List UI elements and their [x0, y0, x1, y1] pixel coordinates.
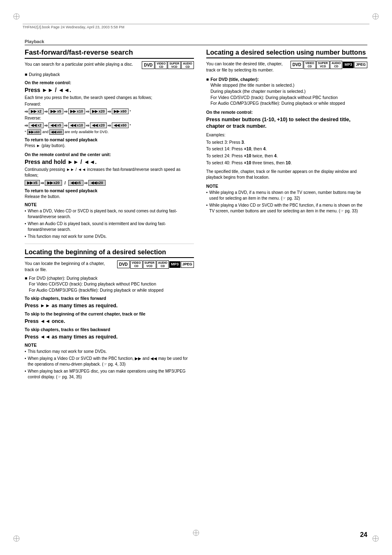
center-unit-label: On the remote control and the center uni…	[25, 152, 194, 157]
two-col-layout: Fast-forward/fast-reverse search You can…	[25, 48, 367, 382]
locating-number-title: Locating a desired selection using numbe…	[206, 48, 367, 58]
corner-mark-tl	[12, 12, 21, 21]
normal-speed-section2: To return to normal speed playback Relea…	[25, 188, 194, 200]
skip-forward-section: To skip chapters, tracks or files forwar…	[25, 296, 194, 309]
examples-text: To select 3: Press 3. To select 14: Pres…	[206, 139, 367, 166]
badge-supervcd-right: SUPERVCD	[316, 61, 330, 69]
badge-audiocd-loc: AUDIOCD	[157, 260, 169, 268]
reverse-label: Reverse:	[25, 115, 194, 121]
skip-fwd-cmd: Press ►► as many times as required.	[25, 302, 194, 309]
normal-speed-label2: To return to normal speed playback	[25, 188, 194, 193]
section-label: Playback	[25, 39, 367, 45]
note-title-right: NOTE	[206, 184, 367, 189]
press-hold-desc: Continuously pressing ►► / ◄◄ increases …	[25, 167, 194, 178]
badge-dvd-right: DVD	[291, 61, 303, 69]
badge-mp3-loc: MP3	[169, 261, 180, 268]
ff-press-desc: Each time you press the button, the sear…	[25, 95, 194, 101]
ff-badge-group: DVD VIDEOCD SUPERVCD AUDIOCD	[142, 61, 194, 69]
badge-supervcd-ff: SUPERVCD	[168, 61, 181, 69]
badge-jpeg-loc: JPEG	[181, 261, 194, 268]
hold-ff-x5: ▶▶ x5	[25, 180, 40, 186]
note2-item2: • When playing a Video CD or SVCD with t…	[25, 356, 194, 367]
example1: To select 3: Press 3.	[206, 139, 367, 146]
for-dvd-label: For DVD (title, chapter):	[210, 77, 259, 82]
corner-mark-tr	[371, 12, 380, 21]
note1-item1: • When a DVD, Video CD or SVCD is played…	[25, 208, 194, 220]
divider1	[25, 244, 194, 244]
content-area: Playback Fast-forward/fast-reverse searc…	[25, 39, 367, 522]
ff-intro-row: You can search for a particular point wh…	[25, 61, 194, 69]
ff-x20: ▶▶ x20	[90, 108, 107, 114]
normal-speed-label1: To return to normal speed playback	[25, 137, 194, 142]
normal-speed-section1: To return to normal speed playback Press…	[25, 137, 194, 149]
rv-x60: ◀◀ x60	[112, 122, 129, 128]
skip-begin-cmd: Press ◄◄ once.	[25, 318, 194, 325]
left-column: Fast-forward/fast-reverse search You can…	[25, 48, 194, 382]
badge-mp3-right: MP3	[343, 62, 354, 68]
hold-seq: ▶▶ x5 ⇨ ▶▶ x20 / ◀◀ x5 ⇨ ◀◀ x20	[25, 180, 194, 186]
badge-supervcd-loc: SUPERVCD	[143, 260, 156, 268]
header-bar: THFM42[J].book Page 24 Wednesday, April …	[23, 24, 369, 29]
corner-mark-bl	[12, 534, 21, 543]
forward-label: Forward:	[25, 101, 194, 107]
badge-audiocd-right: AUDIOCD	[330, 61, 343, 69]
ff-x2: ▶▶ x2	[29, 108, 44, 114]
loc-bullet1: ■ For DVD (chapter): During playback For…	[25, 275, 194, 293]
rv-x2: ◀◀ x2	[29, 122, 44, 128]
note2-item3: • When playing back an MP3/JPEG disc, yo…	[25, 368, 194, 380]
rv-x10: ◀◀ x10	[68, 122, 85, 128]
loc-badge-group: DVD VIDEOCD SUPERVCD AUDIOCD MP3 JPEG	[117, 260, 194, 268]
center-unit-section: On the remote control and the center uni…	[25, 152, 194, 186]
rv-x5: ◀◀ x5	[48, 122, 63, 128]
skip-backward-section: To skip chapters, tracks or files backwa…	[25, 327, 194, 340]
remote-control-label: On the remote control:	[25, 80, 194, 85]
hold-ff-x20: ▶▶ x20	[45, 180, 62, 186]
note-title1: NOTE	[25, 202, 194, 207]
badge-videocd-ff: VIDEOCD	[155, 61, 167, 69]
badge-audiocd-ff: AUDIOCD	[181, 61, 194, 69]
corner-mark-br	[371, 534, 380, 543]
note1-item3: • This function may not work for some DV…	[25, 234, 194, 240]
reverse-seq: ⇨ ◀◀ x2 ⇨ ◀◀ x5 ⇨ ◀◀ x10 ⇨ ◀◀ x20 ⇨ ◀◀ x…	[25, 122, 194, 128]
page-container: THFM42[J].book Page 24 Wednesday, April …	[0, 0, 392, 555]
right-note1: • While playing a DVD, if a menu is show…	[206, 190, 367, 201]
note-section2: NOTE • This function may not work for so…	[25, 343, 194, 380]
ff-intro-text: You can search for a particular point wh…	[25, 61, 137, 67]
badge-dvd-ff: DVD	[142, 61, 154, 69]
bottom-center-mark	[192, 529, 200, 538]
note-title2: NOTE	[25, 343, 194, 348]
skip-fwd-label: To skip chapters, tracks or files forwar…	[25, 296, 194, 301]
example3: To select 24: Press +10 twice, then 4.	[206, 152, 367, 159]
press-number-heading: Press number buttons (1-10, +10) to sele…	[206, 116, 367, 130]
skip-bwd-label: To skip chapters, tracks or files backwa…	[25, 327, 194, 332]
ff-x5: ▶▶ x5	[48, 108, 63, 114]
asterisk-note: * ▶▶ x60 and ◀◀ x60 are only available f…	[25, 129, 194, 135]
during-playback: ■ During playback	[25, 71, 194, 78]
page-number: 24	[360, 531, 367, 539]
hold-rv-x20: ◀◀ x20	[88, 180, 106, 186]
example2: To select 14: Press +10, then 4.	[206, 145, 367, 152]
right-column: Locating a desired selection using numbe…	[206, 48, 367, 382]
badge-jpeg-right: JPEG	[354, 62, 367, 68]
skip-begin-label: To skip to the beginning of the current …	[25, 311, 194, 316]
press-hold-heading: Press and hold ►► / ◄◄.	[25, 159, 194, 165]
badge-dvd-loc: DVD	[117, 260, 130, 268]
note-section-right: NOTE • While playing a DVD, if a menu is…	[206, 184, 367, 214]
examples-label: Examples:	[206, 132, 367, 138]
right-remote-label: On the remote control:	[206, 110, 367, 115]
fast-forward-title: Fast-forward/fast-reverse search	[25, 48, 194, 59]
right-dvd-bullet: ■ For DVD (title, chapter): While stoppe…	[206, 76, 367, 106]
examples-section: Examples: To select 3: Press 3. To selec…	[206, 132, 367, 166]
normal-speed-text1: Press ► (play button).	[25, 143, 194, 149]
loc-intro-row: You can locate the beginning of a chapte…	[25, 260, 194, 272]
locating-beginning-title: Locating the beginning of a desired sele…	[25, 248, 194, 258]
press-ff-heading: Press ►► / ◄◄.	[25, 87, 194, 93]
badge-videocd-right: VIDEOCD	[304, 61, 316, 69]
header-filename: THFM42[J].book Page 24 Wednesday, April …	[23, 25, 125, 29]
forward-seq: ⇨ ▶▶ x2 ⇨ ▶▶ x5 ⇨ ▶▶ x10 ⇨ ▶▶ x20 ⇨ ▶▶ x…	[25, 108, 194, 114]
example4: To select 40: Press +10 three times, the…	[206, 159, 367, 166]
result-text: The specified title, chapter, track or f…	[206, 169, 367, 180]
normal-speed-text2: Release the button.	[25, 194, 194, 200]
skip-begin-section: To skip to the beginning of the current …	[25, 311, 194, 325]
ff-x60: ▶▶ x60	[112, 108, 129, 114]
